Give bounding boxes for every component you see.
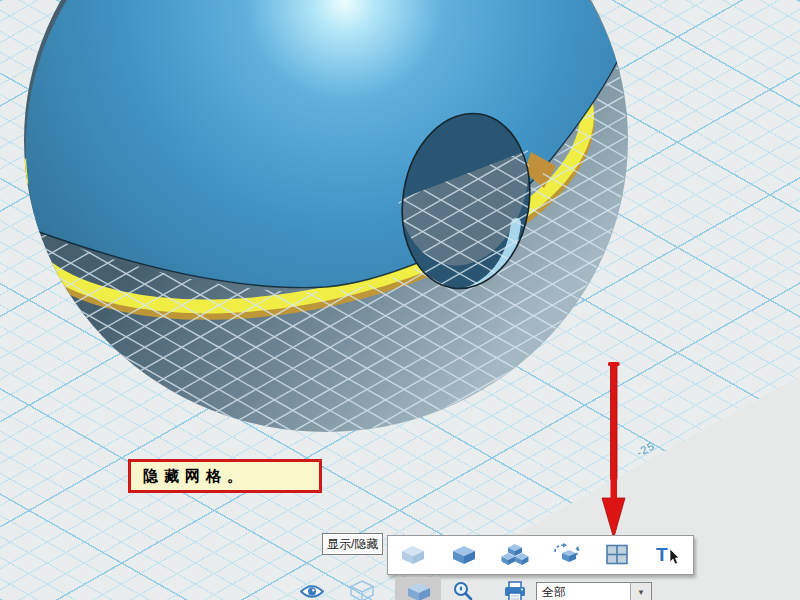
magnifier-icon[interactable]: [452, 581, 474, 600]
filter-dropdown-value: 全部: [537, 583, 630, 600]
callout-box: 隐藏网格。: [128, 459, 322, 493]
tooltip-text: 显示/隐藏: [327, 536, 378, 553]
solid-cube-icon[interactable]: [406, 581, 432, 600]
toggle-grid-button[interactable]: [600, 540, 634, 570]
cube-solid-icon: [451, 544, 477, 566]
cad-viewport: -25 隐藏网格。 显示/隐藏: [0, 0, 800, 600]
printer-icon[interactable]: [503, 581, 527, 600]
callout-text: 隐藏网格。: [143, 467, 248, 486]
red-arrow: [594, 358, 634, 543]
show-hide-toolbar: T: [387, 535, 694, 575]
wireframe-cube-icon[interactable]: [349, 580, 375, 600]
toggle-gizmo-button[interactable]: [549, 540, 583, 570]
filter-dropdown[interactable]: 全部 ▼: [536, 582, 652, 600]
tooltip: 显示/隐藏: [322, 533, 383, 555]
text-cursor-icon: T: [654, 543, 682, 567]
dropdown-arrow-icon[interactable]: ▼: [630, 583, 651, 600]
toggle-solid-button[interactable]: [447, 540, 481, 570]
cube-translucent-icon: [400, 544, 426, 566]
toggle-groups-button[interactable]: [498, 540, 532, 570]
sphere-model[interactable]: [0, 0, 800, 600]
grid-panes-icon: [604, 543, 630, 567]
toggle-text-button[interactable]: T: [651, 540, 685, 570]
svg-text:T: T: [656, 544, 668, 565]
toggle-translucent-solid-button[interactable]: [396, 540, 430, 570]
eye-icon[interactable]: [300, 583, 324, 600]
cubes-group-icon: [501, 543, 529, 567]
cube-move-icon: [552, 543, 580, 567]
